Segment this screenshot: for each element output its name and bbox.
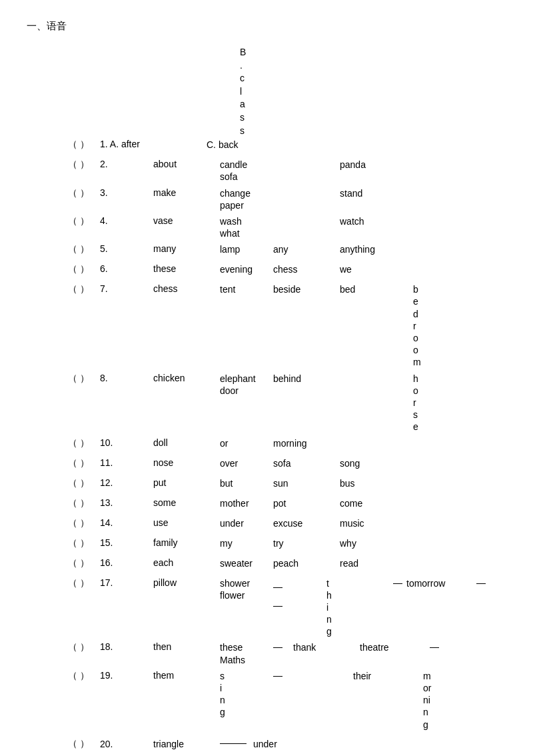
paren-right: ） xyxy=(80,477,100,489)
list-item: （ ） 13. some mother pot come xyxy=(27,497,506,513)
option-d: their xyxy=(353,670,420,682)
option-d: anything xyxy=(340,243,406,255)
item-word: doll xyxy=(153,437,220,448)
option-e: bedroom xyxy=(413,283,421,368)
option-b: under xyxy=(220,517,273,529)
blank: — xyxy=(273,581,282,592)
item-number: 6. xyxy=(100,263,153,274)
paren-right: ） xyxy=(80,641,100,653)
option-b: but xyxy=(220,477,273,489)
option-b: over xyxy=(220,457,273,469)
paren-right: ） xyxy=(80,517,100,529)
option-d: read xyxy=(340,557,406,569)
list-item: （ ） 20. triangle under xyxy=(27,736,506,752)
paren-right: ） xyxy=(80,437,100,449)
option-d: why xyxy=(340,537,406,549)
paren-left: （ xyxy=(27,457,80,469)
option-c: sun xyxy=(273,477,340,489)
paren-left: （ xyxy=(27,215,80,227)
option-c: pot xyxy=(273,497,340,509)
list-item: （ ） 15. family my try why xyxy=(27,537,506,553)
option-b: theseMaths xyxy=(220,641,273,665)
option-c: C. back xyxy=(207,139,273,151)
item-word: them xyxy=(153,670,220,681)
paren-right: ） xyxy=(80,243,100,255)
item-number: 18. xyxy=(100,641,153,652)
paren-right: ） xyxy=(80,670,100,682)
option-e: horse xyxy=(413,373,418,433)
option-d: bed xyxy=(340,283,406,295)
list-item: （ ） 2. about candlesofa panda xyxy=(27,159,506,183)
list-item: （ ） 18. then theseMaths — thank theatre … xyxy=(27,641,506,665)
exercise-area: B.class （ ） 1. A. after C. back （ ） 2. a… xyxy=(27,46,506,752)
item-number: 1. A. after xyxy=(100,139,153,149)
paren-left: （ xyxy=(27,577,80,589)
option-c: chess xyxy=(273,263,340,275)
item-word: about xyxy=(153,159,220,169)
option-b: washwhat xyxy=(220,215,273,239)
list-item: （ ） 5. many lamp any anything xyxy=(27,243,506,259)
item-number: 16. xyxy=(100,557,153,568)
item-number: 7. xyxy=(100,283,153,294)
paren-right: ） xyxy=(80,557,100,569)
list-item: （ ） 19. them sing — their morning xyxy=(27,670,506,731)
option-d: come xyxy=(340,497,406,509)
paren-left: （ xyxy=(27,557,80,569)
item-number: 8. xyxy=(100,373,153,383)
paren-left: （ xyxy=(27,641,80,653)
item-word: nose xyxy=(153,457,220,468)
option-c: try xyxy=(273,537,340,549)
paren-left: （ xyxy=(27,537,80,549)
option-b: evening xyxy=(220,263,273,275)
list-item: （ ） 7. chess tent beside bed bedroom xyxy=(27,283,506,368)
paren-left: （ xyxy=(27,283,80,295)
item-number: 17. xyxy=(100,577,153,588)
paren-left: （ xyxy=(27,738,80,750)
list-item: （ ） 11. nose over sofa song xyxy=(27,457,506,473)
option-c: excuse xyxy=(273,517,340,529)
option-c: peach xyxy=(273,557,340,569)
item-number: 19. xyxy=(100,670,153,681)
option-d: stand xyxy=(340,187,406,199)
option-c: under xyxy=(253,738,320,750)
paren-left: （ xyxy=(27,477,80,489)
list-item: （ ） 3. make changepaper stand xyxy=(27,187,506,211)
option-c: morning xyxy=(273,437,340,449)
option-b: sing xyxy=(220,670,273,719)
paren-left: （ xyxy=(27,517,80,529)
blank: — xyxy=(273,600,282,611)
item-word: chicken xyxy=(153,373,220,383)
option-c: thing xyxy=(326,577,393,638)
list-item: （ ） 6. these evening chess we xyxy=(27,263,506,279)
item-word: use xyxy=(153,517,220,528)
item-word: family xyxy=(153,537,220,548)
paren-left: （ xyxy=(27,670,80,682)
option-d: bus xyxy=(340,477,406,489)
option-d: song xyxy=(340,457,406,469)
item-word: many xyxy=(153,243,220,254)
paren-left: （ xyxy=(27,263,80,275)
paren-right: ） xyxy=(80,159,100,171)
paren-left: （ xyxy=(27,497,80,509)
paren-right: ） xyxy=(80,457,100,469)
paren-left: （ xyxy=(27,437,80,449)
paren-right: ） xyxy=(80,187,100,199)
item-word: some xyxy=(153,497,220,508)
option-b: candlesofa xyxy=(220,159,273,183)
list-item: （ ） 16. each sweater peach read xyxy=(27,557,506,573)
option-b: showerflower xyxy=(220,577,273,601)
paren-right: ） xyxy=(80,373,100,385)
item-word: make xyxy=(153,187,220,198)
item-number: 3. xyxy=(100,187,153,198)
item-number: 12. xyxy=(100,477,153,488)
item-number: 2. xyxy=(100,159,153,169)
option-b: tent xyxy=(220,283,273,295)
column-b-header: B.class xyxy=(240,46,246,137)
list-item: （ ） 4. vase washwhat watch xyxy=(27,215,506,239)
option-b: changepaper xyxy=(220,187,273,211)
paren-right: ） xyxy=(80,577,100,589)
list-item: （ ） 17. pillow showerflower — — thing — … xyxy=(27,577,506,638)
item-number: 10. xyxy=(100,437,153,448)
item-number: 4. xyxy=(100,215,153,226)
option-b: my xyxy=(220,537,273,549)
